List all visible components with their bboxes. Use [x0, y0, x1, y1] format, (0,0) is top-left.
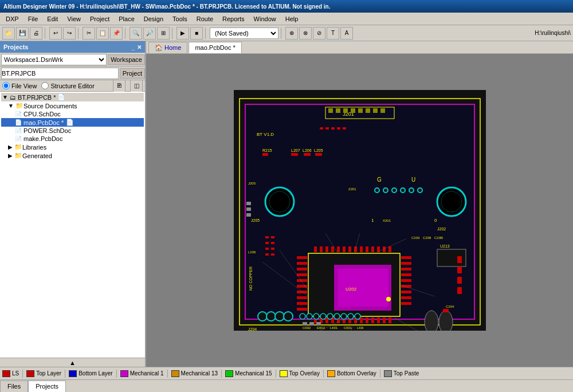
structure-editor-radio[interactable] — [41, 82, 49, 89]
tree-power-schdoc-label: POWER.SchDoc — [23, 127, 71, 134]
svg-text:L205: L205 — [314, 148, 323, 152]
svg-text:0: 0 — [434, 218, 437, 223]
toolbar-zoom-fit[interactable]: ⊞ — [157, 27, 170, 40]
menu-window[interactable]: Window — [249, 14, 281, 23]
toolbar-run[interactable]: ▶ — [176, 27, 189, 40]
toolbar-paste[interactable]: 📌 — [110, 27, 123, 40]
tree-item-source-docs[interactable]: ▼ 📁 Source Documents — [1, 101, 144, 110]
file-view-radio[interactable] — [2, 82, 10, 89]
toolbar-print[interactable]: 🖨 — [30, 27, 42, 40]
svg-rect-138 — [271, 236, 274, 238]
menu-edit[interactable]: Edit — [42, 14, 62, 23]
svg-rect-90 — [383, 317, 386, 323]
sidebar-icon-btn2[interactable]: ◫ — [130, 80, 143, 92]
svg-rect-68 — [337, 246, 340, 252]
toolbar-extra3[interactable]: ⊘ — [313, 27, 325, 40]
toolbar: 📁 💾 🖨 ↩ ↪ ✂ 📋 📌 🔍 🔎 ⊞ ▶ ■ (Not Saved) ⊕ … — [0, 25, 573, 41]
file-view-option[interactable]: File View — [2, 82, 37, 89]
tree-item-libraries[interactable]: ▶ 📁 Libraries — [1, 143, 144, 151]
svg-rect-54 — [297, 308, 307, 311]
sidebar-scroll[interactable]: ▲ — [0, 358, 145, 367]
svg-text:1: 1 — [371, 218, 374, 223]
sidebar-icon-btn1[interactable]: 🖹 — [113, 80, 125, 92]
svg-text:U213: U213 — [440, 244, 450, 248]
menu-project[interactable]: Project — [85, 14, 114, 23]
svg-text:NO COPPER: NO COPPER — [249, 266, 253, 291]
svg-rect-52 — [297, 296, 307, 299]
workspace-label[interactable]: Workspace — [108, 54, 145, 65]
toolbar-extra5[interactable]: A — [340, 27, 353, 40]
svg-text:L207: L207 — [291, 148, 300, 152]
project-label[interactable]: Project — [120, 68, 145, 79]
structure-editor-option[interactable]: Structure Editor — [41, 82, 94, 89]
tree-file-icon-cpu: 📄 — [15, 111, 22, 117]
toolbar-sep-6 — [281, 28, 283, 39]
svg-point-95 — [386, 297, 391, 301]
svg-rect-65 — [320, 246, 323, 252]
toolbar-zoom-in[interactable]: 🔍 — [129, 27, 142, 40]
workspace-select[interactable]: Workspace1.DsnWrk — [1, 54, 107, 65]
tree-item-mao-pcbdoc[interactable]: 📄 mao.PcbDoc * 📄 — [1, 118, 144, 127]
svg-rect-59 — [401, 279, 411, 282]
main-layout: Projects _ ✕ Workspace1.DsnWrk Workspace… — [0, 41, 573, 367]
menu-reports[interactable]: Reports — [218, 14, 249, 23]
svg-point-149 — [348, 313, 354, 319]
svg-text:C20B: C20B — [434, 236, 443, 240]
menu-help[interactable]: Help — [281, 14, 303, 23]
svg-rect-8 — [343, 108, 348, 113]
toolbar-cut[interactable]: ✂ — [83, 27, 95, 40]
menu-design[interactable]: Design — [139, 14, 168, 23]
svg-rect-139 — [271, 242, 274, 244]
menu-file[interactable]: File — [23, 14, 43, 23]
svg-rect-27 — [315, 153, 322, 156]
toolbar-status-dropdown[interactable]: (Not Saved) — [210, 28, 278, 39]
sidebar-minimize-icon[interactable]: _ — [131, 44, 135, 50]
status-mech1-box — [120, 370, 128, 377]
toolbar-zoom-out[interactable]: 🔎 — [143, 27, 156, 40]
tree-item-make-pcbdoc[interactable]: 📄 make.PcbDoc — [1, 135, 144, 143]
svg-rect-43 — [246, 213, 251, 217]
toolbar-copy[interactable]: 📋 — [96, 27, 109, 40]
workspace-bar: Workspace1.DsnWrk Workspace — [0, 53, 145, 66]
toolbar-save[interactable]: 💾 — [16, 27, 29, 40]
toolbar-extra[interactable]: ⊕ — [285, 27, 298, 40]
toolbar-stop[interactable]: ■ — [190, 27, 203, 40]
toolbar-undo[interactable]: ↩ — [49, 27, 62, 40]
tab-mao-pcbdoc[interactable]: mao.PcbDoc * — [189, 42, 241, 53]
svg-rect-64 — [314, 246, 317, 252]
toolbar-open[interactable]: 📁 — [2, 27, 15, 40]
bottom-tab-files[interactable]: Files — [0, 381, 28, 392]
status-bottom-overlay: Bottom Overlay — [327, 370, 376, 377]
tree-folder-expand-icon: ▼ — [8, 103, 14, 109]
toolbar-redo[interactable]: ↪ — [63, 27, 76, 40]
project-tree: ▼ 🗂 BT.PRJPCB * 📄 ▼ 📁 Source Documents 📄… — [0, 92, 145, 358]
menu-tools[interactable]: Tools — [168, 14, 192, 23]
tab-home[interactable]: 🏠 Home — [148, 42, 187, 53]
svg-rect-58 — [401, 273, 411, 276]
menu-route[interactable]: Route — [192, 14, 218, 23]
sidebar-title: Projects — [3, 44, 28, 50]
toolbar-sep-5 — [205, 28, 207, 39]
svg-rect-6 — [328, 108, 333, 113]
toolbar-extra4[interactable]: T — [327, 27, 339, 40]
tree-item-power-schdoc[interactable]: 📄 POWER.SchDoc — [1, 127, 144, 135]
pcb-canvas[interactable]: J201 BT V1.D — [146, 54, 573, 367]
project-input[interactable] — [1, 68, 119, 79]
status-bottom-layer: Bottom Layer — [69, 370, 112, 377]
sidebar-close-icon[interactable]: ✕ — [137, 44, 142, 50]
menu-dxp[interactable]: DXP — [1, 14, 23, 23]
svg-rect-141 — [271, 253, 274, 256]
svg-rect-72 — [360, 246, 363, 252]
tree-item-generated[interactable]: ▶ 📁 Generated — [1, 151, 144, 160]
menu-view[interactable]: View — [62, 14, 85, 23]
svg-rect-73 — [366, 246, 368, 252]
tree-item-root[interactable]: ▼ 🗂 BT.PRJPCB * 📄 — [1, 93, 144, 101]
sidebar-header-icons: _ ✕ — [131, 44, 142, 50]
bottom-tab-projects[interactable]: Projects — [28, 381, 66, 392]
svg-rect-136 — [265, 248, 269, 250]
toolbar-extra2[interactable]: ⊗ — [299, 27, 312, 40]
generated-folder-icon: 📁 — [14, 152, 22, 159]
svg-rect-89 — [377, 317, 380, 323]
menu-place[interactable]: Place — [114, 14, 139, 23]
tree-item-cpu-schdoc[interactable]: 📄 CPU.SchDoc — [1, 110, 144, 118]
